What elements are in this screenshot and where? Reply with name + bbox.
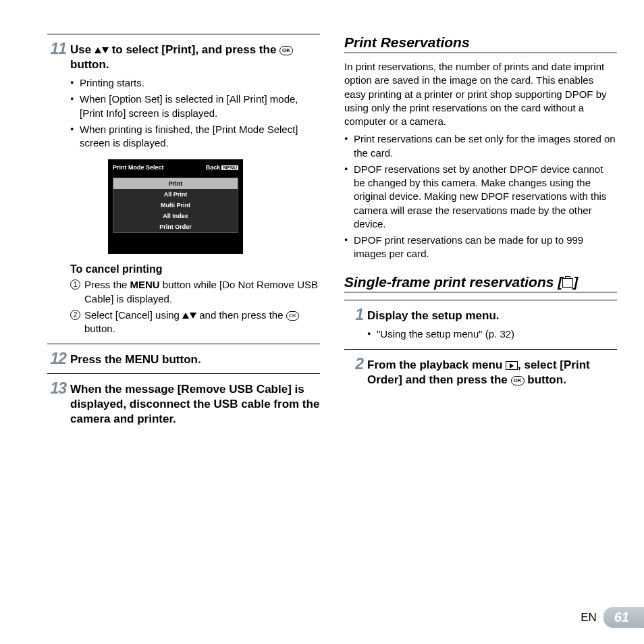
playback-icon (506, 361, 518, 370)
print-order-icon (562, 278, 573, 288)
step-2: 2 From the playback menu , select [Print… (344, 356, 617, 387)
step-12: 12 Press the MENU button. (47, 351, 320, 367)
step-11: 11 Use to select [Print], and press the … (47, 41, 320, 153)
bullet: "Using the setup menu" (p. 32) (367, 327, 617, 341)
ok-button-icon: OK (286, 311, 300, 321)
section-title: Print Reservations (344, 34, 617, 53)
up-icon (95, 47, 101, 53)
circled-1-icon: 1 (70, 279, 80, 290)
step-11-title: Use to select [Print], and press the OK … (70, 43, 320, 72)
step-13: 13 When the message [Remove USB Cable] i… (47, 381, 320, 427)
page-footer: EN 61 (581, 607, 644, 628)
section-title: Single-frame print reservations [] (344, 273, 617, 293)
step-number: 11 (47, 41, 66, 153)
circled-2-icon: 2 (70, 310, 80, 320)
paragraph: In print reservations, the number of pri… (344, 60, 617, 128)
language-label: EN (581, 611, 597, 624)
cancel-step-2: 2 Select [Cancel] using and then press t… (70, 308, 320, 336)
step-number: 12 (47, 351, 66, 367)
cancel-step-1: 1 Press the MENU button while [Do Not Re… (70, 278, 320, 306)
bullet: When printing is finished, the [Print Mo… (70, 123, 320, 151)
bullet: Print reservations can be set only for t… (344, 132, 617, 160)
bullet: Printing starts. (70, 76, 320, 90)
bullet: DPOF print reservations can be made for … (344, 234, 617, 261)
menu-item-selected: Print (113, 178, 238, 189)
bullet: DPOF reservations set by another DPOF de… (344, 163, 617, 231)
step-number: 2 (344, 356, 363, 387)
lcd-screenshot: Print Mode Select BackMENU Print All Pri… (108, 159, 243, 254)
screen-title: Print Mode Select (113, 164, 164, 171)
step-number: 13 (47, 381, 66, 427)
cancel-heading: To cancel printing (70, 263, 320, 275)
step-number: 1 (344, 307, 363, 344)
page-number: 61 (603, 607, 644, 628)
down-icon (102, 47, 109, 53)
right-column: Print Reservations In print reservations… (344, 34, 617, 432)
menu-item: Print Order (113, 221, 238, 232)
menu-item: All Print (113, 189, 238, 200)
menu-item: Multi Print (113, 200, 238, 211)
down-icon (190, 313, 196, 319)
up-icon (182, 313, 189, 319)
menu-badge-icon: MENU (221, 165, 238, 170)
bullet: When [Option Set] is selected in [All Pr… (70, 92, 320, 120)
ok-button-icon: OK (279, 46, 293, 55)
step-1: 1 Display the setup menu. "Using the set… (344, 307, 617, 344)
ok-button-icon: OK (511, 376, 525, 385)
menu-item: All Index (113, 211, 238, 221)
left-column: 11 Use to select [Print], and press the … (47, 34, 320, 432)
